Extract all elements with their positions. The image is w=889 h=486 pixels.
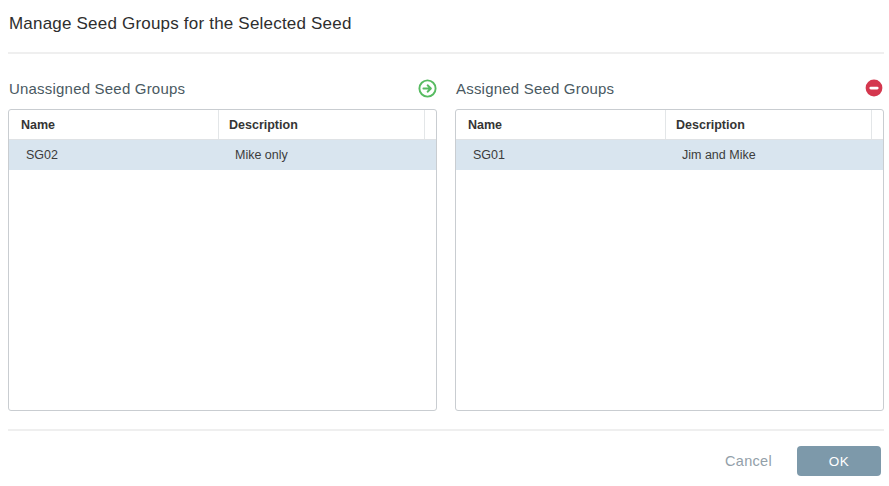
unassigned-panel: Unassigned Seed Groups Name Description [8, 78, 437, 411]
column-header-spacer [424, 110, 436, 139]
cell-description: Mike only [218, 140, 436, 170]
footer: Cancel OK [8, 446, 884, 476]
column-header-spacer [871, 110, 883, 139]
unassigned-table-body: SG02 Mike only [9, 140, 436, 410]
column-header-description[interactable]: Description [665, 110, 871, 139]
title-divider [8, 52, 884, 54]
unassigned-table: Name Description SG02 Mike only [8, 109, 437, 411]
panels-container: Unassigned Seed Groups Name Description [8, 78, 884, 411]
unassigned-panel-title: Unassigned Seed Groups [9, 80, 185, 97]
column-header-name[interactable]: Name [456, 110, 665, 139]
assign-button[interactable] [417, 78, 437, 98]
cell-name: SG02 [9, 140, 218, 170]
assigned-panel-header: Assigned Seed Groups [455, 78, 884, 98]
dialog-title: Manage Seed Groups for the Selected Seed [8, 14, 884, 34]
ok-button[interactable]: OK [797, 446, 881, 476]
assigned-table: Name Description SG01 Jim and Mike [455, 109, 884, 411]
unassigned-table-header: Name Description [9, 110, 436, 140]
assigned-table-body: SG01 Jim and Mike [456, 140, 883, 410]
assigned-table-header: Name Description [456, 110, 883, 140]
column-header-description[interactable]: Description [218, 110, 424, 139]
minus-circle-icon [865, 79, 883, 97]
remove-button[interactable] [864, 78, 884, 98]
cell-description: Jim and Mike [665, 140, 883, 170]
column-header-name[interactable]: Name [9, 110, 218, 139]
unassigned-panel-header: Unassigned Seed Groups [8, 78, 437, 98]
footer-divider [8, 429, 884, 431]
table-row-sg01[interactable]: SG01 Jim and Mike [456, 140, 883, 170]
arrow-right-circle-icon [418, 79, 437, 98]
assigned-panel-title: Assigned Seed Groups [456, 80, 614, 97]
cancel-button[interactable]: Cancel [725, 453, 772, 469]
table-row-sg02[interactable]: SG02 Mike only [9, 140, 436, 170]
assigned-panel: Assigned Seed Groups Name Description [455, 78, 884, 411]
cell-name: SG01 [456, 140, 665, 170]
manage-seed-groups-dialog: Manage Seed Groups for the Selected Seed… [0, 0, 889, 486]
